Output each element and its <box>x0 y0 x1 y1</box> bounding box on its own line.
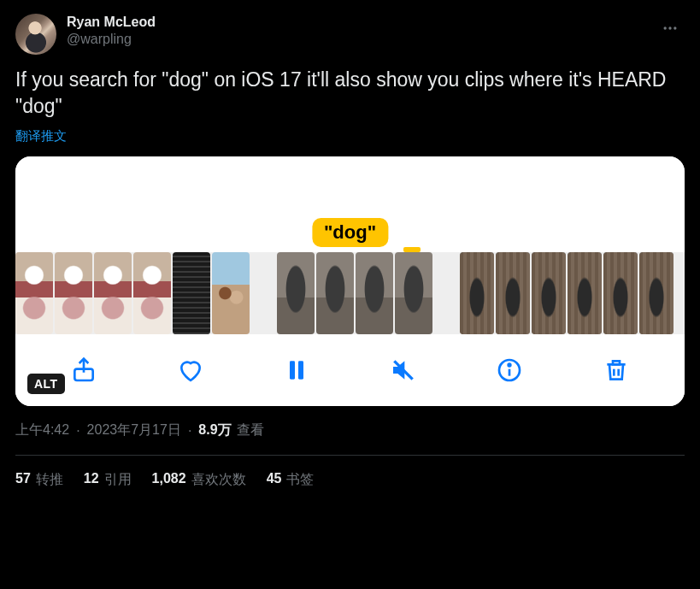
handle: @warpling <box>67 31 156 48</box>
meta-date[interactable]: 2023年7月17日 <box>87 421 181 439</box>
views-count[interactable]: 8.9万 <box>198 421 231 439</box>
heart-icon <box>177 356 204 384</box>
views-label: 查看 <box>237 421 264 439</box>
search-tooltip: "dog" <box>312 218 388 247</box>
thumbnail <box>460 252 494 334</box>
share-button[interactable] <box>65 351 103 389</box>
translate-link[interactable]: 翻译推文 <box>15 128 685 144</box>
thumbnail <box>568 252 602 334</box>
mute-button[interactable] <box>385 351 422 389</box>
thumbnail <box>356 252 393 334</box>
quotes-stat[interactable]: 12 引用 <box>84 471 132 489</box>
svg-point-2 <box>674 27 676 29</box>
retweets-stat[interactable]: 57 转推 <box>15 471 63 489</box>
stat-count: 57 <box>15 471 31 489</box>
svg-rect-4 <box>290 361 295 379</box>
svg-point-9 <box>509 364 511 367</box>
stat-label: 转推 <box>36 471 63 489</box>
media-upper: "dog" <box>15 156 685 252</box>
clip-group-2 <box>277 252 432 334</box>
thumbnail <box>532 252 566 334</box>
thumbnail <box>94 252 132 334</box>
meta-dot <box>185 423 195 439</box>
tweet-container: Ryan McLeod @warpling If you search for … <box>0 0 700 489</box>
media-toolbar <box>15 334 685 406</box>
media-card[interactable]: "dog" <box>15 156 685 406</box>
thumbnail <box>496 252 530 334</box>
clip-group-1 <box>15 252 250 334</box>
stat-label: 书签 <box>286 471 314 489</box>
bookmarks-stat[interactable]: 45 书签 <box>267 471 315 489</box>
tweet-meta: 上午4:42 2023年7月17日 8.9万 查看 <box>15 421 685 439</box>
thumbnail <box>277 252 315 334</box>
stat-count: 1,082 <box>152 471 186 489</box>
speaker-muted-icon <box>390 356 417 384</box>
author-block[interactable]: Ryan McLeod @warpling <box>67 14 156 48</box>
trash-icon <box>603 356 630 384</box>
delete-button[interactable] <box>597 351 635 389</box>
tweet-header: Ryan McLeod @warpling <box>15 14 685 55</box>
pause-button[interactable] <box>278 351 315 389</box>
ellipsis-icon <box>662 20 679 37</box>
thumbnail <box>133 252 171 334</box>
stat-count: 12 <box>84 471 99 489</box>
svg-point-0 <box>664 27 667 29</box>
like-button[interactable] <box>172 351 209 389</box>
meta-dot <box>73 423 83 439</box>
svg-rect-5 <box>298 361 303 379</box>
pause-icon <box>283 356 310 384</box>
video-timeline[interactable] <box>15 252 685 334</box>
thumbnail <box>212 252 250 334</box>
avatar[interactable] <box>15 14 56 55</box>
thumbnail <box>639 252 674 334</box>
stat-count: 45 <box>267 471 282 489</box>
thumbnail <box>15 252 53 334</box>
clip-group-3 <box>460 252 674 334</box>
tweet-text: If you search for "dog" on iOS 17 it'll … <box>15 67 685 120</box>
info-icon <box>496 356 523 384</box>
stat-label: 引用 <box>104 471 132 489</box>
svg-point-1 <box>668 27 671 29</box>
meta-time[interactable]: 上午4:42 <box>15 421 69 439</box>
thumbnail <box>55 252 92 334</box>
display-name: Ryan McLeod <box>67 14 156 31</box>
likes-stat[interactable]: 1,082 喜欢次数 <box>152 471 246 489</box>
more-button[interactable] <box>656 14 685 43</box>
thumbnail <box>603 252 638 334</box>
stat-label: 喜欢次数 <box>191 471 246 489</box>
share-icon <box>70 356 97 384</box>
thumbnail <box>173 252 210 334</box>
thumbnail <box>316 252 354 334</box>
stats-row: 57 转推 12 引用 1,082 喜欢次数 45 书签 <box>15 456 685 489</box>
info-button[interactable] <box>491 351 528 389</box>
alt-badge[interactable]: ALT <box>27 374 65 394</box>
thumbnail <box>395 252 432 334</box>
